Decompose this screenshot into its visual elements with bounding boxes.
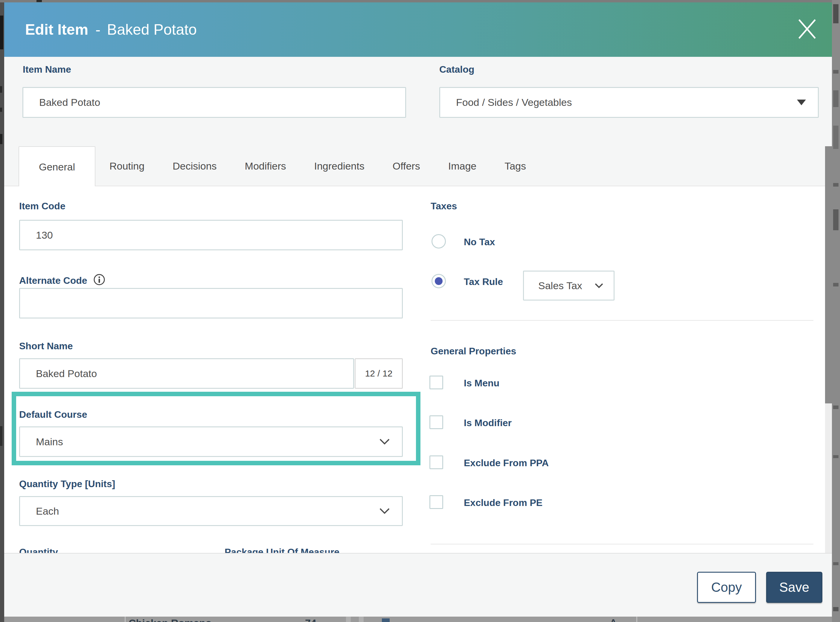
tax-rule-label: Tax Rule xyxy=(464,276,503,287)
item-code-label: Item Code xyxy=(19,201,66,212)
section-divider xyxy=(431,544,813,544)
info-icon[interactable] xyxy=(93,274,105,285)
item-name-value: Baked Potato xyxy=(39,97,100,108)
background-fragment xyxy=(833,90,838,107)
exclude-from-pe-checkbox[interactable] xyxy=(430,495,443,509)
background-fragment xyxy=(833,209,838,230)
tab-offers[interactable]: Offers xyxy=(378,146,434,186)
background-fragment xyxy=(0,86,2,93)
quantity-type-value: Each xyxy=(36,505,59,517)
quantity-label: Quantity xyxy=(19,547,58,553)
section-divider xyxy=(431,320,813,321)
background-fragment xyxy=(833,455,838,458)
save-button[interactable]: Save xyxy=(766,572,822,603)
general-properties-label: General Properties xyxy=(431,346,516,357)
chevron-down-icon xyxy=(595,283,604,288)
background-fragment xyxy=(0,15,3,49)
catalog-label: Catalog xyxy=(439,64,474,75)
copy-button[interactable]: Copy xyxy=(697,572,756,603)
tab-ingredients[interactable]: Ingredients xyxy=(300,146,378,186)
alternate-code-label: Alternate Code xyxy=(19,272,105,286)
background-fragment xyxy=(833,183,838,187)
item-name-input[interactable]: Baked Potato xyxy=(23,87,406,118)
background-fragment xyxy=(346,617,351,622)
edit-item-dialog: Edit Item - Baked Potato Item Name Baked… xyxy=(4,2,832,617)
default-course-select[interactable]: Mains xyxy=(19,427,403,457)
background-fragment xyxy=(0,134,2,144)
tax-rule-select[interactable]: Sales Tax xyxy=(523,271,614,300)
item-code-value: 130 xyxy=(36,229,53,241)
is-menu-label: Is Menu xyxy=(464,378,499,389)
background-item-name: Chicken Romano xyxy=(129,617,212,622)
default-course-value: Mains xyxy=(36,436,63,448)
tax-rule-radio[interactable] xyxy=(431,274,446,288)
dialog-tabs: General Routing Decisions Modifiers Ingr… xyxy=(4,146,832,186)
close-icon xyxy=(797,18,817,40)
dimmed-background-table-row: Chicken Romano 74 A xyxy=(4,617,832,622)
chevron-down-icon xyxy=(379,438,390,445)
item-code-input[interactable]: 130 xyxy=(19,220,403,250)
screen: Chicken Romano 74 A Edit Item - Baked Po… xyxy=(0,0,840,622)
taxes-label: Taxes xyxy=(431,201,457,212)
short-name-input[interactable]: Baked Potato xyxy=(19,358,354,389)
exclude-from-ppa-checkbox[interactable] xyxy=(430,456,443,469)
background-sort-glyph: A xyxy=(610,617,617,622)
close-button[interactable] xyxy=(794,15,820,43)
tab-modifiers[interactable]: Modifiers xyxy=(231,146,300,186)
background-fragment xyxy=(833,4,838,23)
dimmed-background-left xyxy=(0,0,4,622)
dialog-top-section: Item Name Baked Potato Catalog Food / Si… xyxy=(4,57,832,146)
no-tax-radio[interactable] xyxy=(431,234,446,248)
is-menu-checkbox[interactable] xyxy=(430,376,443,389)
background-color-swatch xyxy=(382,618,390,622)
catalog-select[interactable]: Food / Sides / Vegetables xyxy=(439,87,819,118)
background-fragment xyxy=(833,406,838,409)
background-fragment xyxy=(833,70,838,73)
general-tab-panel: Item Code 130 Alternate Code Short Name … xyxy=(4,186,832,553)
catalog-value: Food / Sides / Vegetables xyxy=(456,97,572,108)
tax-rule-value: Sales Tax xyxy=(538,280,582,291)
tab-image[interactable]: Image xyxy=(434,146,491,186)
background-fragment xyxy=(37,0,42,2)
caret-down-icon xyxy=(797,99,806,105)
scrollbar-thumb[interactable] xyxy=(825,146,832,403)
package-uom-label: Package Unit Of Measure xyxy=(224,547,339,553)
background-fragment xyxy=(833,607,838,611)
dialog-title-item-name: Baked Potato xyxy=(107,21,197,38)
background-fragment xyxy=(359,617,364,622)
dimmed-background-top xyxy=(0,0,840,2)
tab-decisions[interactable]: Decisions xyxy=(159,146,230,186)
short-name-value: Baked Potato xyxy=(36,368,97,380)
is-modifier-checkbox[interactable] xyxy=(430,415,443,429)
short-name-label: Short Name xyxy=(19,341,73,352)
background-fragment xyxy=(833,126,838,149)
column-divider xyxy=(636,617,637,622)
tab-general[interactable]: General xyxy=(18,146,95,187)
column-divider xyxy=(125,617,126,622)
alternate-code-input[interactable] xyxy=(19,288,403,319)
chevron-down-icon xyxy=(379,508,390,514)
background-fragment xyxy=(833,283,838,287)
item-name-label: Item Name xyxy=(23,64,71,75)
is-modifier-label: Is Modifier xyxy=(464,418,512,428)
default-course-label: Default Course xyxy=(19,409,87,420)
background-item-code: 74 xyxy=(305,617,316,622)
tab-routing[interactable]: Routing xyxy=(95,146,159,186)
no-tax-label: No Tax xyxy=(464,236,495,248)
dialog-title: Edit Item xyxy=(25,21,88,38)
quantity-type-label: Quantity Type [Units] xyxy=(19,479,115,489)
short-name-char-counter: 12 / 12 xyxy=(355,358,403,389)
tab-tags[interactable]: Tags xyxy=(491,146,540,186)
background-fragment xyxy=(0,426,2,446)
exclude-from-ppa-label: Exclude From PPA xyxy=(464,457,549,469)
alternate-code-label-text: Alternate Code xyxy=(19,275,87,286)
background-fragment xyxy=(0,108,2,112)
dimmed-background-right xyxy=(832,0,840,622)
background-fragment xyxy=(833,562,838,565)
quantity-type-select[interactable]: Each xyxy=(19,496,403,526)
dialog-footer: Copy Save xyxy=(4,553,832,617)
dialog-header: Edit Item - Baked Potato xyxy=(4,2,832,57)
dialog-title-separator: - xyxy=(95,21,101,38)
exclude-from-pe-label: Exclude From PE xyxy=(464,497,543,508)
radio-selected-dot xyxy=(435,277,442,285)
